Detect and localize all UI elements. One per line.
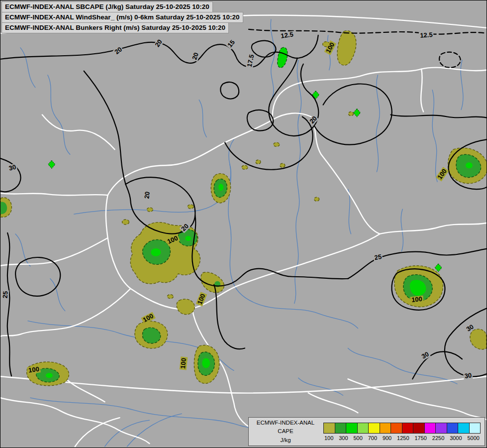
- title-line-sbcape: ECMWF-INDEX-ANAL SBCAPE (J/kg) Saturday …: [1, 1, 213, 12]
- legend-swatch: [424, 423, 436, 433]
- legend-swatch: [324, 423, 335, 433]
- legend-swatch: [402, 423, 413, 433]
- legend-tick: 5000: [467, 435, 479, 441]
- weather-map: 20 20 20 15 17.5 12.5 100 12.5 20 30 20 …: [0, 0, 487, 448]
- cape-legend: ECMWF-INDEX-ANAL CAPE J/kg: [248, 417, 485, 446]
- legend-swatch: [435, 423, 447, 433]
- legend-tick: 900: [383, 435, 391, 441]
- legend-tick: 1250: [397, 435, 409, 441]
- country-borders: [0, 15, 487, 447]
- legend-swatch: [413, 423, 424, 433]
- legend-tick: 300: [339, 435, 348, 441]
- legend-tick: 700: [368, 435, 377, 441]
- legend-swatch: [346, 423, 357, 433]
- legend-tick: 1750: [414, 435, 426, 441]
- legend-color-bar: [323, 423, 481, 434]
- legend-swatch: [380, 423, 391, 433]
- legend-swatch: [447, 423, 458, 433]
- legend-swatch: [335, 423, 346, 433]
- legend-tick: 3000: [450, 435, 462, 441]
- legend-text: ECMWF-INDEX-ANAL CAPE J/kg: [253, 419, 318, 445]
- legend-swatch: [458, 423, 469, 433]
- title-line-bunkers: ECMWF-INDEX-ANAL Bunkers Right (m/s) Sat…: [1, 22, 229, 33]
- legend-swatch: [390, 423, 402, 433]
- rivers: [15, 19, 463, 447]
- legend-swatch: [368, 423, 380, 433]
- legend-tick-labels: 100 300 500 700 900 1250 1750 2250 3000 …: [323, 435, 481, 441]
- legend-parameter: CAPE: [253, 427, 318, 436]
- legend-swatch: [357, 423, 369, 433]
- legend-bar-wrap: 100 300 500 700 900 1250 1750 2250 3000 …: [323, 423, 481, 441]
- cape-fill-areas: [0, 31, 487, 386]
- legend-title: ECMWF-INDEX-ANAL: [253, 419, 318, 427]
- cape-max-markers: [48, 91, 442, 272]
- legend-tick: 100: [324, 435, 333, 441]
- legend-units: J/kg: [253, 436, 318, 445]
- title-block: ECMWF-INDEX-ANAL SBCAPE (J/kg) Saturday …: [1, 1, 243, 33]
- title-line-windshear: ECMWF-INDEX-ANAL WindShear_ (m/s) 0-6km …: [1, 12, 243, 23]
- map-canvas: [0, 0, 487, 448]
- legend-swatch: [469, 423, 481, 433]
- legend-tick: 2250: [432, 435, 444, 441]
- legend-tick: 500: [353, 435, 362, 441]
